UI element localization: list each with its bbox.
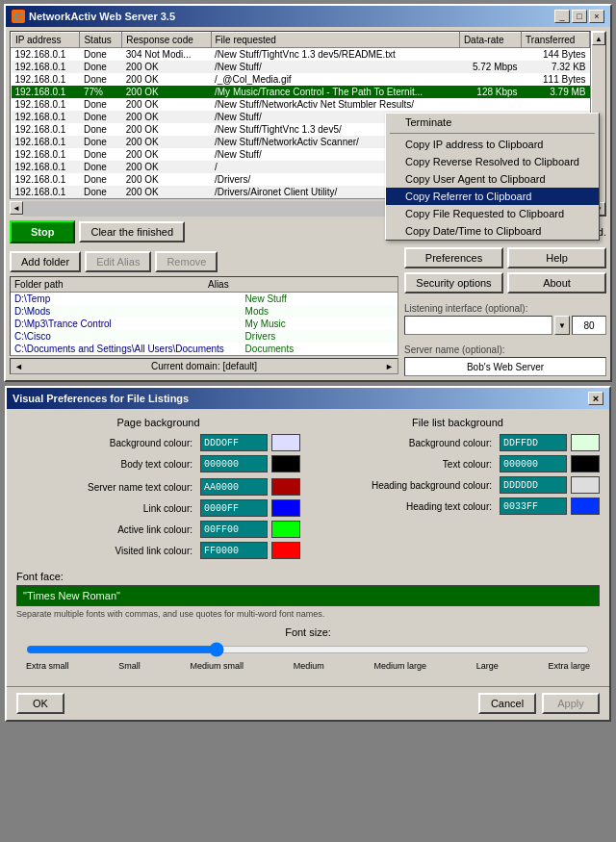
preferences-button[interactable]: Preferences bbox=[404, 247, 503, 268]
visited-link-color-swatch[interactable] bbox=[271, 542, 300, 559]
file-text-color-input[interactable] bbox=[500, 455, 567, 472]
listening-interface-label: Listening interface (optional): bbox=[404, 303, 606, 314]
context-menu: TerminateCopy IP address to ClipboardCop… bbox=[385, 113, 600, 241]
col-response: Response code bbox=[122, 33, 211, 48]
col-transferred: Transferred bbox=[522, 33, 590, 48]
context-menu-item[interactable]: Copy Reverse Resolved to Clipboard bbox=[386, 153, 599, 170]
stop-button[interactable]: Stop bbox=[10, 220, 75, 243]
file-list-bg-title: File list background bbox=[316, 417, 600, 428]
minimize-button[interactable]: _ bbox=[554, 10, 570, 23]
listening-interface-input[interactable] bbox=[404, 316, 552, 335]
server-name-input[interactable] bbox=[404, 357, 606, 376]
body-text-color-input[interactable] bbox=[200, 455, 268, 472]
clear-finished-button[interactable]: Clear the finished bbox=[79, 221, 185, 242]
bg-color-label: Background colour: bbox=[16, 438, 196, 448]
table-row[interactable]: 192.168.0.177%200 OK/My Music/Trance Con… bbox=[12, 86, 590, 98]
scroll-up-button[interactable]: ▲ bbox=[592, 32, 605, 45]
file-list-background-section: File list background Background colour: … bbox=[316, 417, 600, 563]
font-size-extra-small: Extra small bbox=[26, 661, 69, 671]
font-face-label: Font face: bbox=[16, 571, 600, 582]
security-options-button[interactable]: Security options bbox=[404, 272, 503, 293]
folder-row[interactable]: D:\Mp3\Trance ControlMy Music bbox=[11, 318, 398, 330]
heading-bg-input[interactable] bbox=[500, 476, 567, 494]
font-size-medium-large: Medium large bbox=[373, 661, 426, 671]
font-size-slider[interactable] bbox=[26, 642, 590, 657]
context-menu-item[interactable]: Copy IP address to Clipboard bbox=[386, 136, 599, 153]
folder-row[interactable]: D:\ModsMods bbox=[11, 305, 398, 318]
context-menu-item[interactable]: Copy Date/Time to Clipboard bbox=[386, 222, 599, 240]
help-button[interactable]: Help bbox=[507, 247, 606, 268]
ok-button[interactable]: OK bbox=[16, 693, 64, 714]
domain-left-arrow[interactable]: ◄ bbox=[14, 362, 23, 371]
visited-link-color-input[interactable] bbox=[200, 542, 268, 559]
domain-right-arrow[interactable]: ► bbox=[385, 362, 394, 371]
table-row[interactable]: 192.168.0.1Done200 OK/_@Col_Media.gif111… bbox=[12, 73, 590, 86]
col-file: File requested bbox=[211, 33, 459, 48]
file-bg-swatch[interactable] bbox=[571, 434, 600, 451]
file-bg-color-input[interactable] bbox=[500, 434, 567, 451]
main-title-bar: 🌐 NetworkActiv Web Server 3.5 _ □ × bbox=[6, 6, 610, 27]
font-face-hint: Separate multiple fonts with commas, and… bbox=[16, 609, 600, 619]
col-ip: IP address bbox=[12, 33, 80, 48]
body-text-color-swatch[interactable] bbox=[271, 455, 300, 472]
edit-alias-button[interactable]: Edit Alias bbox=[85, 251, 151, 272]
link-color-input[interactable] bbox=[200, 499, 268, 517]
heading-text-swatch[interactable] bbox=[571, 498, 600, 515]
title-buttons: _ □ × bbox=[554, 10, 604, 23]
cancel-button[interactable]: Cancel bbox=[478, 693, 536, 714]
server-name-text-color-input[interactable] bbox=[200, 478, 268, 496]
domain-text: Current domain: [default] bbox=[151, 361, 257, 371]
add-folder-button[interactable]: Add folder bbox=[10, 251, 81, 272]
link-color-label: Link colour: bbox=[16, 503, 196, 514]
heading-text-label: Heading text colour: bbox=[316, 501, 496, 512]
font-face-section: Font face: Separate multiple fonts with … bbox=[16, 571, 600, 619]
table-row[interactable]: 192.168.0.1Done304 Not Modi.../New Stuff… bbox=[12, 48, 590, 62]
app-icon: 🌐 bbox=[12, 10, 25, 23]
folder-row[interactable]: C:\Documents and Settings\All Users\Docu… bbox=[11, 343, 398, 355]
col-datarate: Data-rate bbox=[459, 33, 521, 48]
maximize-button[interactable]: □ bbox=[572, 10, 587, 23]
font-size-medium: Medium bbox=[294, 661, 324, 671]
heading-text-input[interactable] bbox=[500, 498, 567, 515]
context-menu-item[interactable]: Copy User Agent to Clipboard bbox=[386, 170, 599, 188]
folder-col-alias: Alias bbox=[204, 277, 398, 292]
font-size-section: Font size: Extra small Small Medium smal… bbox=[16, 626, 600, 671]
apply-button[interactable]: Apply bbox=[542, 693, 600, 714]
active-link-color-swatch[interactable] bbox=[271, 521, 300, 538]
font-size-medium-small: Medium small bbox=[190, 661, 244, 671]
main-window-title: NetworkActiv Web Server 3.5 bbox=[29, 11, 175, 22]
folder-col-path: Folder path bbox=[11, 277, 204, 292]
close-button[interactable]: × bbox=[589, 10, 604, 23]
about-button[interactable]: About bbox=[507, 272, 606, 293]
listening-interface-dropdown[interactable]: ▼ bbox=[554, 316, 570, 335]
remove-button[interactable]: Remove bbox=[155, 251, 218, 272]
active-link-color-input[interactable] bbox=[200, 521, 268, 538]
page-bg-title: Page background bbox=[16, 417, 300, 428]
table-row[interactable]: 192.168.0.1Done200 OK/New Stuff/NetworkA… bbox=[12, 98, 590, 111]
folder-row[interactable]: C:\CiscoDrivers bbox=[11, 330, 398, 343]
server-name-label: Server name (optional): bbox=[404, 344, 606, 355]
page-background-section: Page background Background colour: Body … bbox=[16, 417, 300, 563]
font-face-input[interactable] bbox=[16, 585, 600, 606]
heading-bg-swatch[interactable] bbox=[571, 476, 600, 494]
link-color-swatch[interactable] bbox=[271, 499, 300, 517]
context-menu-item[interactable]: Copy File Requested to Clipboard bbox=[386, 205, 599, 222]
context-menu-item[interactable]: Terminate bbox=[386, 114, 599, 131]
scroll-left-button[interactable]: ◄ bbox=[10, 201, 23, 215]
domain-bar: ◄ Current domain: [default] ► bbox=[10, 358, 398, 374]
port-input[interactable] bbox=[572, 316, 606, 335]
file-text-swatch[interactable] bbox=[571, 455, 600, 472]
server-name-text-swatch[interactable] bbox=[271, 478, 300, 496]
bg-color-input[interactable] bbox=[200, 434, 268, 451]
bg-color-swatch[interactable] bbox=[271, 434, 300, 451]
context-menu-item[interactable]: Copy Referrer to Clipboard bbox=[386, 188, 599, 205]
body-text-color-label: Body text colour: bbox=[16, 459, 196, 470]
folder-row[interactable]: D:\TempNew Stuff bbox=[11, 293, 398, 305]
font-size-large: Large bbox=[476, 661, 499, 671]
dialog-title-bar: Visual Preferences for File Listings × bbox=[7, 388, 609, 409]
dialog-close-button[interactable]: × bbox=[588, 392, 603, 405]
font-size-extra-large: Extra large bbox=[548, 661, 590, 671]
file-text-color-label: Text colour: bbox=[316, 459, 496, 470]
table-row[interactable]: 192.168.0.1Done200 OK/New Stuff/5.72 Mbp… bbox=[12, 61, 590, 73]
font-size-label: Font size: bbox=[16, 626, 600, 638]
